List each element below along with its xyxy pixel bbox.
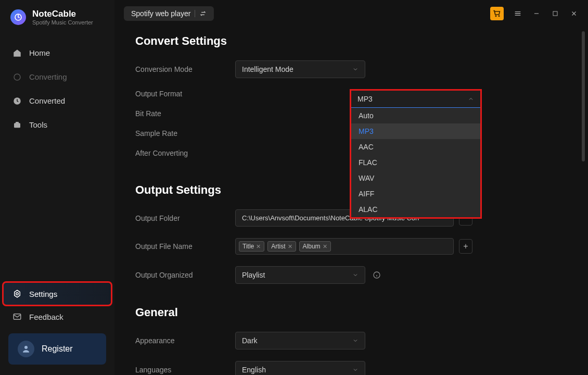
conversion-mode-select[interactable]: Intelligent Mode	[235, 60, 365, 78]
format-option-flac[interactable]: FLAC	[351, 155, 480, 170]
settings-icon	[12, 289, 22, 298]
format-option-aac[interactable]: AAC	[351, 139, 480, 155]
info-icon[interactable]	[373, 271, 381, 279]
minimize-button[interactable]	[532, 9, 541, 18]
sidebar-item-label: Settings	[29, 290, 57, 298]
sidebar: NoteCable Spotify Music Converter Home C…	[0, 0, 114, 375]
output-organized-label: Output Organized	[135, 271, 235, 279]
svg-rect-3	[14, 123, 20, 128]
swap-icon	[199, 10, 207, 17]
svg-rect-9	[553, 11, 557, 16]
chevron-down-icon	[352, 338, 359, 344]
tag-remove-icon[interactable]: ✕	[323, 243, 327, 250]
output-organized-select[interactable]: Playlist	[235, 266, 365, 284]
cart-button[interactable]	[490, 7, 504, 20]
nav: Home Converting Converted Tools	[0, 36, 114, 137]
filename-tag[interactable]: Title✕	[239, 241, 264, 252]
sidebar-item-label: Converting	[29, 72, 67, 81]
chevron-down-icon	[352, 66, 359, 72]
appearance-value: Dark	[242, 336, 258, 345]
languages-value: English	[242, 366, 266, 374]
svg-point-8	[24, 346, 28, 349]
filename-tags[interactable]: Title✕ Artist✕ Album✕	[235, 238, 454, 255]
section-convert-title: Convert Settings	[135, 34, 567, 48]
svg-point-6	[16, 293, 19, 295]
tag-remove-icon[interactable]: ✕	[288, 243, 292, 250]
output-format-value: MP3	[357, 95, 373, 103]
bit-rate-label: Bit Rate	[135, 109, 235, 118]
maximize-button[interactable]	[551, 9, 560, 18]
output-format-select[interactable]: MP3	[351, 91, 480, 108]
format-option-aiff[interactable]: AIFF	[351, 186, 480, 202]
format-option-alac[interactable]: ALAC	[351, 202, 480, 217]
output-filename-label: Output File Name	[135, 242, 235, 251]
sidebar-item-tools[interactable]: Tools	[0, 113, 114, 137]
svg-marker-5	[15, 290, 20, 297]
home-icon	[12, 48, 22, 58]
scrollbar[interactable]	[582, 31, 585, 161]
output-format-label: Output Format	[135, 90, 235, 98]
add-tag-button[interactable]: +	[459, 239, 472, 254]
output-folder-label: Output Folder	[135, 214, 235, 222]
svg-rect-4	[16, 122, 19, 123]
conversion-mode-value: Intelligent Mode	[242, 65, 293, 73]
sidebar-item-label: Feedback	[29, 312, 63, 321]
tag-remove-icon[interactable]: ✕	[256, 243, 261, 250]
filename-tag[interactable]: Artist✕	[267, 241, 296, 252]
output-format-options: Auto MP3 AAC FLAC WAV AIFF ALAC	[351, 108, 480, 217]
sidebar-item-home[interactable]: Home	[0, 41, 114, 65]
sidebar-item-converting[interactable]: Converting	[0, 65, 114, 89]
chevron-down-icon	[352, 367, 359, 373]
format-option-mp3[interactable]: MP3	[351, 123, 480, 139]
sample-rate-label: Sample Rate	[135, 129, 235, 138]
feedback-icon	[12, 312, 22, 321]
output-organized-value: Playlist	[242, 271, 265, 279]
logo: NoteCable Spotify Music Converter	[0, 9, 114, 36]
user-icon	[18, 341, 34, 357]
sidebar-item-converted[interactable]: Converted	[0, 89, 114, 113]
chevron-down-icon	[352, 272, 359, 278]
sidebar-item-label: Converted	[29, 96, 65, 105]
svg-point-1	[14, 74, 20, 80]
conversion-mode-label: Conversion Mode	[135, 65, 235, 73]
source-chip[interactable]: Spotify web player	[124, 6, 214, 21]
appearance-select[interactable]: Dark	[235, 332, 365, 349]
filename-tag[interactable]: Album✕	[299, 241, 331, 252]
output-format-dropdown: MP3 Auto MP3 AAC FLAC WAV AIFF ALAC	[350, 89, 482, 219]
sidebar-item-settings[interactable]: Settings	[3, 282, 111, 305]
tools-icon	[12, 120, 22, 130]
source-label: Spotify web player	[131, 9, 190, 18]
close-button[interactable]	[569, 9, 579, 18]
converted-icon	[12, 96, 22, 106]
chevron-up-icon	[468, 96, 474, 102]
app-title: NoteCable	[32, 9, 93, 19]
languages-select[interactable]: English	[235, 361, 365, 375]
app-subtitle: Spotify Music Converter	[32, 19, 93, 26]
register-button[interactable]: Register	[8, 333, 106, 365]
format-option-wav[interactable]: WAV	[351, 170, 480, 186]
format-option-auto[interactable]: Auto	[351, 108, 480, 123]
sidebar-item-label: Home	[29, 48, 50, 57]
section-general-title: General	[135, 306, 567, 319]
topbar: Spotify web player	[114, 0, 588, 27]
appearance-label: Appearance	[135, 336, 235, 345]
sidebar-item-label: Tools	[29, 120, 47, 129]
after-converting-label: After Converting	[135, 149, 235, 157]
logo-icon	[10, 9, 26, 25]
register-label: Register	[42, 344, 73, 354]
sidebar-item-feedback[interactable]: Feedback	[3, 305, 111, 328]
converting-icon	[12, 72, 22, 82]
languages-label: Languages	[135, 366, 235, 374]
menu-button[interactable]	[513, 9, 522, 18]
main: Spotify web player	[114, 0, 588, 375]
